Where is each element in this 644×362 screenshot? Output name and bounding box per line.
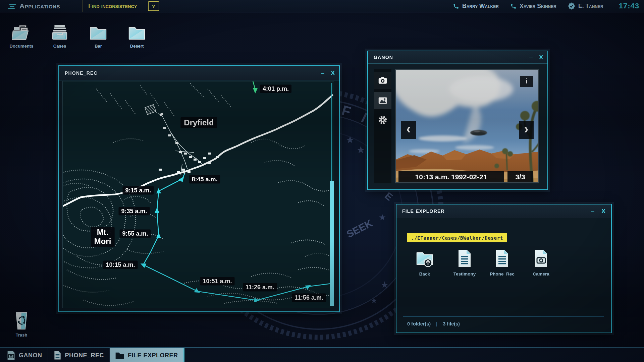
prev-photo-button[interactable]: ‹: [401, 121, 416, 139]
window-title: GANON: [374, 55, 393, 60]
icon-label: Trash: [12, 333, 31, 338]
folder-icon: [89, 23, 108, 41]
photo-desert-ufo: [396, 70, 539, 183]
window-phone-rec: PHONE_REC – X: [58, 65, 340, 312]
icon-label: Cases: [46, 44, 74, 49]
tab-settings[interactable]: [374, 112, 391, 128]
file-item-back[interactable]: Back: [408, 249, 441, 277]
document-icon: [492, 249, 512, 268]
map-canvas: *: [63, 81, 334, 308]
status-separator: |: [436, 321, 437, 326]
agent-identity[interactable]: E. Tanner: [568, 2, 603, 10]
gallery-icon: [378, 97, 387, 105]
close-button[interactable]: X: [598, 204, 608, 218]
camera-file-icon: [7, 350, 15, 360]
desktop-icon-cases[interactable]: Cases: [46, 23, 74, 49]
find-inconsistency-button[interactable]: Find inconsistency: [83, 3, 143, 10]
camera-file-icon: [531, 249, 551, 268]
tab-camera[interactable]: [374, 72, 391, 89]
ganon-sidebar: [374, 69, 391, 183]
icon-label: Documents: [7, 44, 36, 49]
icon-label: Bar: [84, 44, 112, 49]
info-button[interactable]: i: [520, 76, 533, 87]
taskbar-item-file-explorer[interactable]: FILE EXPLORER: [110, 348, 184, 362]
trash[interactable]: Trash: [12, 312, 31, 338]
status-divider: [403, 316, 604, 317]
phone-icon: [453, 3, 459, 9]
document-icon: [455, 249, 474, 268]
tray-icon: [50, 23, 69, 41]
task-label: FILE EXPLORER: [128, 352, 178, 359]
window-title: PHONE_REC: [65, 70, 98, 76]
file-item-phone-rec[interactable]: Phone_Rec: [485, 249, 519, 277]
minimize-button[interactable]: –: [318, 66, 328, 80]
ufo-object: [470, 130, 487, 136]
help-button[interactable]: ?: [148, 1, 159, 11]
folder-up-icon: [415, 249, 434, 268]
next-photo-button[interactable]: ›: [519, 121, 534, 139]
folder-icon: [115, 351, 124, 360]
path-bar: ./ETanner/Cases/BWalker/Desert: [407, 233, 507, 242]
photo-viewer: i ‹ › 10:13 a.m. 1992-02-21 3/3: [395, 69, 539, 183]
svg-text:★: ★: [346, 135, 354, 145]
waypoint-label: 11:56 a.m.: [292, 294, 326, 302]
svg-text:★: ★: [381, 280, 388, 289]
photo-counter: 3/3: [507, 171, 533, 183]
clock: 17:43: [619, 2, 639, 10]
folder-icon: [127, 23, 147, 41]
minimize-button[interactable]: –: [588, 204, 598, 218]
waypoint-label: 9:15 a.m.: [122, 186, 154, 195]
desktop-icon-documents[interactable]: Documents: [7, 23, 36, 49]
icon-label: Desert: [123, 44, 151, 49]
track-endpoint-star: *: [183, 171, 185, 176]
contact-name: Barry Walker: [462, 3, 499, 10]
minimize-button[interactable]: –: [526, 51, 536, 63]
close-button[interactable]: X: [328, 66, 338, 80]
phone-icon: [510, 3, 517, 9]
contact-xavier-skinner[interactable]: Xavier Skinner: [510, 3, 556, 10]
file-label: Camera: [524, 272, 558, 277]
window-file-explorer: FILE EXPLORER – X ./ETanner/Cases/BWalke…: [396, 204, 612, 333]
contact-name: Xavier Skinner: [520, 3, 556, 10]
waypoint-label: 8:45 a.m.: [189, 175, 220, 184]
desktop-icon-desert[interactable]: Desert: [123, 23, 151, 49]
waypoint-label: 10:51 a.m.: [200, 277, 234, 286]
badge-icon: [568, 2, 575, 10]
svg-text:★: ★: [371, 297, 377, 304]
taskbar-item-phone-rec[interactable]: PHONE_REC: [48, 348, 110, 362]
desktop-icon-bar[interactable]: Bar: [84, 23, 112, 49]
file-label: Testimony: [448, 272, 481, 277]
waypoint-label: 11:26 a.m.: [243, 283, 277, 292]
taskbar-item-ganon[interactable]: GANON: [0, 348, 48, 362]
folder-count: 0 folder(s): [407, 321, 431, 326]
task-label: PHONE_REC: [65, 352, 104, 359]
applications-menu-icon: [8, 3, 16, 10]
camera-icon: [378, 76, 387, 84]
agent-name: E. Tanner: [578, 3, 603, 10]
desktop: OF IN E SEEK ★★★ ★★ ★ Applications Find …: [0, 0, 644, 362]
map-view[interactable]: * Dryfield Mt. Mori 4:01 p.m. 8:45 a.m. …: [62, 81, 334, 308]
close-button[interactable]: X: [536, 51, 546, 63]
file-item-camera[interactable]: Camera: [524, 249, 558, 277]
file-count: 3 file(s): [443, 321, 460, 326]
tab-gallery[interactable]: [374, 92, 391, 109]
svg-text:★: ★: [357, 145, 365, 155]
taskbar: GANON PHONE_REC FILE EXPLORER: [0, 347, 644, 362]
file-explorer-titlebar[interactable]: FILE EXPLORER: [396, 204, 611, 218]
waypoint-label: 4:01 p.m.: [260, 85, 291, 93]
phone-rec-titlebar[interactable]: PHONE_REC: [59, 66, 339, 80]
waypoint-label: 10:15 a.m.: [103, 261, 138, 269]
waypoint-label: 9:55 a.m.: [119, 230, 151, 238]
contact-barry-walker[interactable]: Barry Walker: [453, 3, 499, 10]
map-scrollbar-thumb[interactable]: [330, 181, 334, 306]
ganon-titlebar[interactable]: GANON: [368, 51, 547, 64]
map-label-dryfield: Dryfield: [180, 117, 217, 128]
file-item-testimony[interactable]: Testimony: [448, 249, 481, 277]
window-ganon: GANON – X: [367, 51, 548, 190]
divider: [143, 0, 143, 12]
open-folder-icon: [12, 23, 31, 41]
applications-menu[interactable]: Applications: [19, 2, 60, 10]
document-icon: [53, 350, 62, 360]
file-label: Back: [408, 272, 441, 277]
status-bar: 0 folder(s) | 3 file(s): [407, 321, 460, 326]
